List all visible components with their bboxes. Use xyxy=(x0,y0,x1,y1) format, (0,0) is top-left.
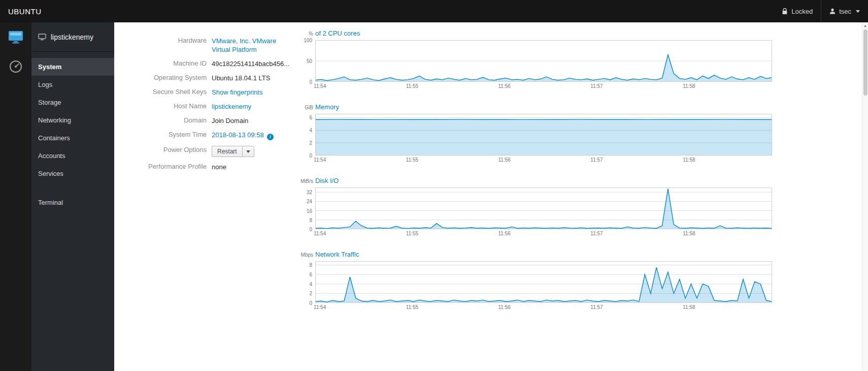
info-row: Power OptionsRestart xyxy=(124,145,298,157)
vertical-scrollbar[interactable]: ▲ xyxy=(862,22,868,371)
sidebar-item-containers[interactable]: Containers xyxy=(31,129,114,147)
info-value-link[interactable]: VMware, Inc. VMware Virtual Platform xyxy=(212,37,276,53)
info-row: System Time2018-08-13 09:58i xyxy=(124,130,298,140)
x-tick-label: 11:57 xyxy=(590,83,603,89)
restart-button[interactable]: Restart xyxy=(212,146,243,157)
user-label: tsec xyxy=(839,8,851,15)
x-tick-label: 11:55 xyxy=(406,231,418,236)
info-icon[interactable]: i xyxy=(267,134,274,140)
x-tick-label: 11:58 xyxy=(683,304,695,310)
info-row: Operating SystemUbuntu 18.04.1 LTS xyxy=(124,73,298,82)
info-label: Hardware xyxy=(124,36,207,54)
y-tick-label: 0 xyxy=(309,300,312,306)
chart-title-link[interactable]: Network Traffic xyxy=(315,251,359,258)
info-label: Host Name xyxy=(124,101,207,111)
chart-svg xyxy=(315,261,772,303)
x-tick-label: 11:55 xyxy=(406,304,418,310)
sidebar-nav-secondary: Terminal xyxy=(31,188,114,211)
sidebar-item-storage[interactable]: Storage xyxy=(31,94,114,111)
info-row: Performance Profilenone xyxy=(124,162,298,171)
info-label: Operating System xyxy=(124,73,207,82)
lock-icon xyxy=(782,8,788,15)
info-label: Performance Profile xyxy=(124,162,207,171)
info-row: DomainJoin Domain xyxy=(124,115,298,125)
chart-plot[interactable] xyxy=(315,261,772,303)
system-time-link[interactable]: 2018-08-13 09:58 xyxy=(212,131,264,139)
topbar-right: Locked tsec xyxy=(774,0,868,22)
sidebar-item-networking[interactable]: Networking xyxy=(31,111,114,129)
y-tick-label: 0 xyxy=(309,79,312,85)
chart-block-memory: GiBMemory024611:5411:5511:5611:5711:58 xyxy=(298,103,785,164)
chevron-down-icon xyxy=(246,150,250,153)
x-tick-label: 11:54 xyxy=(314,157,326,163)
chart-x-axis-labels: 11:5411:5511:5611:5711:58 xyxy=(315,303,772,311)
user-menu[interactable]: tsec xyxy=(821,0,868,22)
chart-unit-label: MiB/s xyxy=(298,178,313,184)
chart-block-of-2-cpu-cores: %of 2 CPU cores05010011:5411:5511:5611:5… xyxy=(298,29,785,90)
x-tick-label: 11:54 xyxy=(314,304,326,310)
info-label: Secure Shell Keys xyxy=(124,87,207,97)
chart-svg xyxy=(315,114,772,156)
sidebar-nav: SystemLogsStorageNetworkingContainersAcc… xyxy=(31,52,114,182)
scrollbar-up-arrow[interactable]: ▲ xyxy=(862,22,868,29)
info-value: 49c1822514114bacb456... xyxy=(212,58,288,68)
info-value: Ubuntu 18.04.1 LTS xyxy=(212,73,270,82)
chart-unit-label: Mbps xyxy=(298,252,313,258)
chart-plot[interactable] xyxy=(315,114,772,156)
user-icon xyxy=(829,8,836,14)
sidebar-item-system[interactable]: System xyxy=(31,58,114,76)
chart-y-axis-labels: 0246 xyxy=(298,114,315,156)
info-label: System Time xyxy=(124,130,207,140)
info-value: Join Domain xyxy=(212,115,248,125)
host-app-icon-slot[interactable] xyxy=(0,22,31,52)
chart-title-link[interactable]: of 2 CPU cores xyxy=(315,29,360,37)
dashboard-app-icon-slot[interactable] xyxy=(0,52,31,81)
info-value: VMware, Inc. VMware Virtual Platform xyxy=(212,36,288,54)
locked-indicator[interactable]: Locked xyxy=(774,0,821,22)
x-tick-label: 11:54 xyxy=(314,231,326,236)
brand-logo: UBUNTU xyxy=(0,7,42,16)
chart-unit-label: % xyxy=(298,31,313,37)
info-value: none xyxy=(212,162,226,171)
info-row: Secure Shell KeysShow fingerprints xyxy=(124,87,298,97)
info-row: HardwareVMware, Inc. VMware Virtual Plat… xyxy=(124,36,298,54)
power-options-caret-button[interactable] xyxy=(243,146,254,157)
chart-area: 0246 xyxy=(298,114,785,156)
chevron-down-icon xyxy=(856,10,860,13)
main-content: HardwareVMware, Inc. VMware Virtual Plat… xyxy=(114,22,862,371)
charts-column: %of 2 CPU cores05010011:5411:5511:5611:5… xyxy=(298,22,785,371)
info-label: Power Options xyxy=(124,145,207,157)
sidebar-item-logs[interactable]: Logs xyxy=(31,76,114,94)
chart-y-axis-labels: 050100 xyxy=(298,40,315,82)
chart-header: GiBMemory xyxy=(298,103,785,111)
y-tick-label: 0 xyxy=(309,153,312,159)
x-tick-label: 11:56 xyxy=(498,157,511,163)
chart-y-axis-labels: 02468 xyxy=(298,261,315,303)
y-tick-label: 0 xyxy=(309,227,312,232)
info-value: lipstickenemy xyxy=(212,101,251,111)
chart-title-link[interactable]: Memory xyxy=(315,103,339,111)
chart-svg xyxy=(315,40,772,82)
host-selector[interactable]: lipstickenemy xyxy=(31,22,114,52)
y-tick-label: 6 xyxy=(309,272,312,277)
sidebar-item-terminal[interactable]: Terminal xyxy=(31,194,114,211)
chart-title-link[interactable]: Disk I/O xyxy=(315,177,339,184)
info-value-link[interactable]: lipstickenemy xyxy=(212,103,251,110)
sidebar-item-services[interactable]: Services xyxy=(31,165,114,182)
app-icon-strip xyxy=(0,22,31,371)
scrollbar-thumb[interactable] xyxy=(863,29,867,96)
chart-plot[interactable] xyxy=(315,188,772,229)
y-tick-label: 2 xyxy=(309,140,312,146)
sidebar-item-accounts[interactable]: Accounts xyxy=(31,147,114,165)
chart-unit-label: GiB xyxy=(298,105,313,110)
info-value: 2018-08-13 09:58i xyxy=(212,130,274,140)
x-tick-label: 11:58 xyxy=(683,83,695,89)
shell: lipstickenemy SystemLogsStorageNetworkin… xyxy=(0,22,114,371)
gauge-icon xyxy=(9,60,22,73)
info-value-link[interactable]: Show fingerprints xyxy=(212,88,262,96)
chart-plot[interactable] xyxy=(315,40,772,82)
y-tick-label: 4 xyxy=(309,128,312,133)
chart-x-axis-labels: 11:5411:5511:5611:5711:58 xyxy=(315,82,772,90)
info-value: Restart xyxy=(212,145,254,157)
chart-y-axis-labels: 08162432 xyxy=(298,188,315,229)
